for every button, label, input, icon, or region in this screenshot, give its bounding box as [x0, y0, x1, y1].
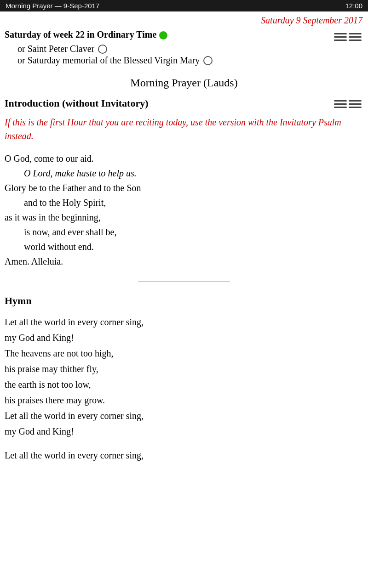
hymn-block-2: Let all the world in every corner sing, [5, 447, 363, 463]
prayer-line-1: O God, come to our aid. [5, 151, 363, 166]
menu-button[interactable] [332, 31, 363, 43]
main-content: Saturday of week 22 in Ordinary Time or … [0, 28, 368, 476]
hymn-title: Hymn [5, 295, 363, 307]
prayer-line-3: Glory be to the Father and to the Son [5, 181, 363, 195]
intro-menu-line-3 [334, 107, 362, 108]
prayer-line-6: is now, and ever shall be, [5, 225, 363, 239]
hymn-line-6: his praises there may grow. [5, 392, 363, 408]
prayer-line-2: O Lord, make haste to help us. [5, 166, 363, 181]
day-title-row: Saturday of week 22 in Ordinary Time [5, 29, 363, 43]
morning-prayer-title: Morning Prayer (Lauds) [5, 77, 363, 89]
menu-line-3 [334, 40, 362, 41]
prayer-line-8: Amen. Alleluia. [5, 254, 363, 269]
prayer-line-4: and to the Holy Spirit, [5, 195, 363, 210]
app-title: Morning Prayer — 9-Sep-2017 [6, 2, 99, 10]
hymn-line-1: Let all the world in every corner sing, [5, 314, 363, 330]
option-saint-peter-label: or Saint Peter Claver [17, 44, 94, 54]
option-blessed-virgin[interactable]: or Saturday memorial of the Blessed Virg… [5, 55, 363, 66]
hymn-line-7: Let all the world in every corner sing, [5, 408, 363, 424]
day-title-container: Saturday of week 22 in Ordinary Time [5, 29, 167, 40]
green-dot-icon [159, 31, 167, 40]
menu-line-1 [334, 33, 362, 34]
option-blessed-virgin-label: or Saturday memorial of the Blessed Virg… [17, 55, 200, 66]
hymn-block: Let all the world in every corner sing, … [5, 314, 363, 439]
intro-menu-line-2 [334, 103, 362, 105]
prayer-line-5: as it was in the beginning, [5, 210, 363, 225]
radio-saint-peter[interactable] [98, 45, 107, 54]
option-saint-peter[interactable]: or Saint Peter Claver [5, 44, 363, 54]
intro-row: Introduction (without Invitatory) [5, 96, 363, 110]
intro-menu-button[interactable] [332, 98, 363, 110]
hymn-line-2: my God and King! [5, 330, 363, 345]
status-time: 12:00 [345, 2, 362, 10]
menu-line-2 [334, 36, 362, 38]
intro-menu-line-1 [334, 100, 362, 102]
introduction-title: Introduction (without Invitatory) [5, 97, 149, 109]
day-title: Saturday of week 22 in Ordinary Time [5, 29, 156, 40]
hymn-line-4: his praise may thither fly, [5, 361, 363, 377]
date-text: Saturday 9 September 2017 [261, 15, 362, 25]
date-header: Saturday 9 September 2017 [0, 11, 368, 28]
section-divider [138, 282, 230, 282]
hymn-line-3: The heavens are not too high, [5, 345, 363, 361]
notice-text: If this is the first Hour that you are r… [5, 115, 363, 143]
hymn-line-9: Let all the world in every corner sing, [5, 447, 363, 463]
hymn-line-5: the earth is not too low, [5, 377, 363, 392]
hymn-line-8: my God and King! [5, 424, 363, 439]
prayer-block: O God, come to our aid. O Lord, make has… [5, 151, 363, 269]
prayer-line-7: world without end. [5, 239, 363, 254]
status-bar: Morning Prayer — 9-Sep-2017 12:00 [0, 0, 368, 11]
radio-blessed-virgin[interactable] [203, 56, 213, 65]
